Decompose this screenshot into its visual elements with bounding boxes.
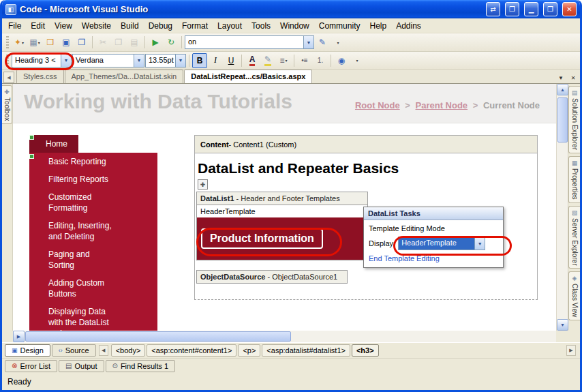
menu-item[interactable]: Edit bbox=[26, 19, 50, 33]
underline-button[interactable]: U bbox=[224, 53, 239, 68]
menu-item[interactable]: Community bbox=[314, 19, 365, 33]
scroll-right-icon[interactable]: ▶ bbox=[13, 331, 25, 342]
menu-item[interactable]: Window bbox=[275, 19, 314, 33]
datalist-control-header[interactable]: DataList1 - Header and Footer Templates bbox=[196, 192, 368, 205]
move-handle-icon[interactable]: ✚ bbox=[198, 179, 208, 190]
menu-item[interactable]: Build bbox=[116, 19, 144, 33]
toolbox-tab[interactable]: ✚ Toolbox bbox=[2, 85, 12, 124]
end-template-editing-link[interactable]: End Template Editing bbox=[369, 254, 498, 262]
chevron-down-icon[interactable]: ▼ bbox=[134, 55, 144, 67]
find-results-tab[interactable]: ⊙ Find Results 1 bbox=[106, 360, 176, 372]
add-component-button[interactable]: ▦▾ bbox=[27, 35, 42, 50]
nav-item[interactable]: Filtering Reports bbox=[29, 170, 157, 188]
font-combobox[interactable]: Verdana ▼ bbox=[72, 54, 144, 67]
numbered-list-button[interactable]: 1. bbox=[313, 53, 328, 68]
menu-item[interactable]: Layout bbox=[213, 19, 247, 33]
menu-item[interactable]: Help bbox=[365, 19, 391, 33]
product-information-text[interactable]: Product Information bbox=[201, 228, 323, 249]
tab-basics-aspx[interactable]: DataListRepeat...cs/Basics.aspx bbox=[184, 70, 312, 83]
menu-item[interactable]: Website bbox=[77, 19, 116, 33]
minimize-button[interactable]: ▁ bbox=[524, 2, 538, 16]
header-template-region[interactable]: Product Information bbox=[197, 217, 367, 260]
breadcrumb-parent-link[interactable]: Parent Node bbox=[416, 100, 468, 110]
tab-menu-button[interactable]: ▼ bbox=[555, 72, 566, 83]
nav-item-home[interactable]: Home bbox=[29, 135, 78, 153]
tag-chip[interactable]: <asp:content#content1> bbox=[147, 344, 236, 357]
italic-button[interactable]: I bbox=[208, 53, 223, 68]
output-tab[interactable]: ▤ Output bbox=[59, 360, 104, 372]
close-button[interactable]: ✕ bbox=[562, 2, 577, 16]
maximize-button[interactable]: ❐ bbox=[543, 2, 557, 16]
chevron-down-icon[interactable]: ▼ bbox=[61, 55, 71, 67]
nav-item[interactable]: Adding Custom Buttons bbox=[29, 274, 157, 303]
font-color-button[interactable]: A bbox=[245, 53, 260, 68]
vertical-scrollbar[interactable]: ▲ ▼ bbox=[556, 84, 568, 331]
window-dock-button[interactable]: ❐ bbox=[505, 2, 519, 16]
tag-chip[interactable]: <h3> bbox=[352, 344, 379, 357]
design-view-button[interactable]: ▣ Design bbox=[5, 344, 50, 357]
horizontal-scrollbar[interactable]: ◀ ▶ bbox=[13, 331, 556, 342]
scroll-down-icon[interactable]: ▼ bbox=[557, 319, 568, 331]
open-file-button[interactable]: ❒ bbox=[43, 35, 58, 50]
copy-button[interactable]: ❐ bbox=[111, 35, 126, 50]
vertical-scroll-thumb[interactable] bbox=[557, 97, 568, 142]
display-template-dropdown[interactable]: HeaderTemplate ▼ bbox=[398, 237, 485, 250]
design-surface[interactable]: Working with Data Tutorials Root Node > … bbox=[13, 84, 556, 331]
start-debug-button[interactable]: ▶ bbox=[148, 35, 163, 50]
menu-item[interactable]: Format bbox=[177, 19, 213, 33]
objectdatasource-control-header[interactable]: ObjectDataSource - ObjectDataSource1 bbox=[196, 270, 348, 284]
hyperlink-button[interactable]: ◉ bbox=[334, 53, 349, 68]
toolbar-options-button[interactable]: ▾ bbox=[331, 35, 346, 50]
toolbar-grip[interactable] bbox=[6, 36, 9, 48]
paste-button[interactable]: ▤ bbox=[127, 35, 142, 50]
align-button[interactable]: ≡▾ bbox=[276, 53, 291, 68]
tag-chip[interactable]: <asp:datalist#datalist1> bbox=[262, 344, 350, 357]
side-panel-tab[interactable]: ▧ Server Explorer bbox=[568, 206, 580, 269]
title-bar[interactable]: ◧ Code - Microsoft Visual Studio ⇄ ❐ ▁ ❐… bbox=[2, 0, 580, 18]
tag-next-icon[interactable]: ▶ bbox=[566, 345, 576, 356]
new-item-button[interactable]: ✦▾ bbox=[12, 35, 27, 50]
source-view-button[interactable]: ‹› Source bbox=[52, 344, 96, 357]
side-panel-tab[interactable]: ◈ Class View bbox=[568, 271, 580, 320]
nav-item[interactable]: Editing, Inserting, and Deleting bbox=[29, 217, 157, 245]
horizontal-scroll-thumb[interactable] bbox=[25, 331, 291, 342]
menu-item[interactable]: Debug bbox=[144, 19, 177, 33]
chevron-down-icon[interactable]: ▼ bbox=[303, 36, 313, 48]
font-size-combobox[interactable]: 13.55pt ▼ bbox=[145, 54, 186, 67]
nav-item[interactable]: Basic Reporting bbox=[29, 153, 157, 170]
menu-item[interactable]: File bbox=[3, 19, 26, 33]
tag-prev-icon[interactable]: ◀ bbox=[99, 345, 108, 356]
tag-chip[interactable]: <body> bbox=[111, 344, 146, 357]
nav-item[interactable]: Customized Formatting bbox=[29, 188, 157, 217]
html-edit-button[interactable]: ✎ bbox=[315, 35, 330, 50]
save-button[interactable]: ▣ bbox=[59, 35, 74, 50]
menu-item[interactable]: Addins bbox=[391, 19, 426, 33]
toolbar-grip[interactable] bbox=[6, 55, 9, 67]
toolbar-options-button[interactable]: ▾ bbox=[350, 53, 365, 68]
template-editing-box[interactable]: HeaderTemplate Product Information bbox=[196, 205, 368, 260]
tab-close-button[interactable]: ✕ bbox=[568, 72, 579, 83]
chevron-down-icon[interactable]: ▼ bbox=[474, 237, 485, 250]
nav-item[interactable]: Paging and Sorting bbox=[29, 245, 157, 274]
style-combobox[interactable]: Heading 3 < ▼ bbox=[12, 54, 72, 67]
menu-item[interactable]: View bbox=[50, 19, 77, 33]
side-panel-tab[interactable]: ▦ Properties bbox=[568, 156, 580, 203]
content-region-header[interactable]: Content - Content1 (Custom) bbox=[195, 136, 537, 153]
cut-button[interactable]: ✂ bbox=[95, 35, 110, 50]
scroll-up-icon[interactable]: ▲ bbox=[557, 84, 568, 95]
save-all-button[interactable]: ❐ bbox=[74, 35, 89, 50]
tab-datalist-skin[interactable]: App_Themes/Da...DataList.skin bbox=[65, 70, 184, 83]
highlight-button[interactable]: ✎ bbox=[260, 53, 275, 68]
nav-item[interactable]: Displaying Data with the DataList and bbox=[29, 303, 157, 331]
smart-tag-glyph[interactable] bbox=[29, 135, 34, 140]
error-list-tab[interactable]: ⊗ Error List bbox=[5, 360, 57, 372]
breadcrumb-root-link[interactable]: Root Node bbox=[355, 100, 400, 110]
menu-item[interactable]: Tools bbox=[247, 19, 275, 33]
bold-button[interactable]: B bbox=[192, 53, 207, 68]
window-nav-button[interactable]: ⇄ bbox=[486, 2, 500, 16]
chevron-down-icon[interactable]: ▼ bbox=[175, 55, 185, 67]
toolbar-combobox[interactable]: on ▼ bbox=[185, 35, 314, 49]
tab-scroll-button[interactable]: ◀ bbox=[3, 72, 14, 83]
view-in-browser-button[interactable]: ↻ bbox=[164, 35, 179, 50]
bullet-list-button[interactable]: •≡ bbox=[297, 53, 312, 68]
